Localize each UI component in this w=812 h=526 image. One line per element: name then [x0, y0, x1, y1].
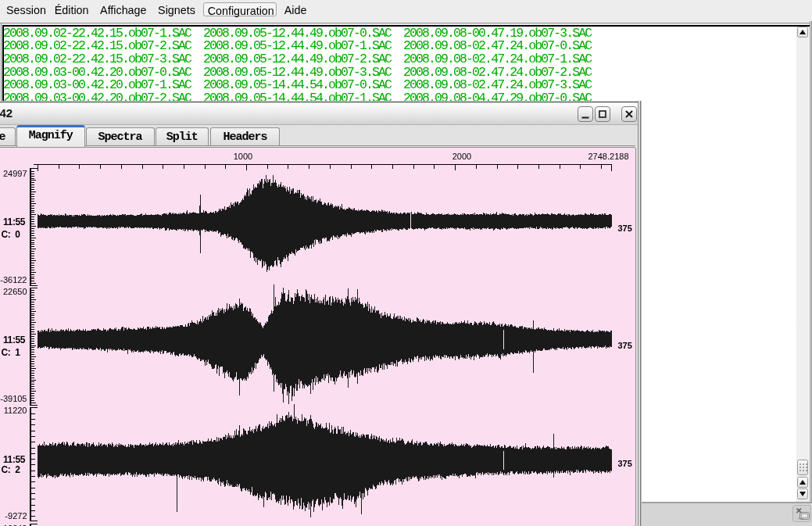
- svg-text:-39105: -39105: [0, 394, 27, 403]
- svg-text:-10242: -10242: [0, 523, 27, 526]
- svg-text:C: 2: C: 2: [2, 464, 21, 475]
- svg-text:24997: 24997: [3, 169, 27, 178]
- svg-text:-9272: -9272: [5, 511, 27, 521]
- svg-text:C: 0: C: 0: [2, 229, 21, 240]
- svg-text:2748.2188: 2748.2188: [588, 151, 629, 160]
- svg-text:2000: 2000: [453, 151, 471, 160]
- svg-text:375: 375: [618, 458, 632, 467]
- svg-text:22650: 22650: [3, 287, 27, 296]
- svg-text:375: 375: [618, 340, 632, 349]
- svg-text:-36122: -36122: [0, 275, 27, 284]
- svg-text:C: 1: C: 1: [2, 346, 21, 357]
- svg-text:375: 375: [618, 223, 632, 232]
- svg-text:11:55: 11:55: [3, 454, 26, 465]
- svg-text:11:55: 11:55: [3, 334, 26, 345]
- svg-text:11220: 11220: [4, 406, 27, 415]
- svg-text:1000: 1000: [234, 151, 252, 160]
- svg-text:11:55: 11:55: [3, 216, 26, 227]
